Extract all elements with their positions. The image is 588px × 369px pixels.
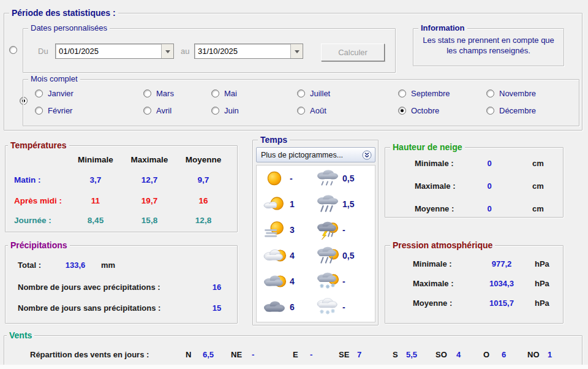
row-apresmidi-label: Après midi : bbox=[14, 196, 62, 205]
sun-haze-icon bbox=[262, 219, 290, 240]
month-option-fevrier[interactable]: Février bbox=[35, 106, 72, 115]
pression-max-label: Maximale : bbox=[413, 279, 453, 288]
picto-row: 4 - bbox=[257, 268, 375, 294]
apresmidi-min: 11 bbox=[70, 196, 121, 205]
sun-cloud-days: 1 bbox=[290, 199, 314, 209]
matin-moy: 9,7 bbox=[178, 175, 229, 184]
dates-groupbox: Dates personnalisées Du 01/01/2025 au 31… bbox=[23, 28, 396, 73]
date-to-dropdown-icon[interactable] bbox=[290, 44, 303, 58]
periode-groupbox: Période des statistiques : Dates personn… bbox=[4, 13, 582, 131]
pression-moy-unit: hPa bbox=[535, 299, 549, 308]
temperatures-title: Températures bbox=[8, 140, 69, 150]
journee-min: 8,45 bbox=[70, 216, 121, 225]
month-option-janvier[interactable]: Janvier bbox=[35, 89, 74, 98]
neige-min-value: 0 bbox=[477, 159, 502, 168]
information-title: Information bbox=[418, 23, 467, 33]
wind-val-o: 6 bbox=[502, 350, 506, 359]
pression-moy-label: Moyenne : bbox=[413, 299, 452, 308]
month-option-decembre[interactable]: Décembre bbox=[486, 106, 536, 115]
neige-moy-unit: cm bbox=[532, 204, 544, 213]
pression-max-value: 1034,3 bbox=[480, 279, 523, 288]
month-option-avril[interactable]: Avril bbox=[143, 106, 172, 115]
sun-with-small-cloud-icon bbox=[262, 194, 290, 215]
cloud-days: 6 bbox=[290, 302, 314, 312]
temperatures-groupbox: Températures Minimale Maximale Moyenne M… bbox=[5, 145, 238, 232]
pression-min-value: 977,2 bbox=[480, 259, 523, 268]
cloud-sun-days: 4 bbox=[290, 276, 314, 286]
picto-row: - 0,5 bbox=[257, 165, 375, 191]
information-text: Les stats ne prennent en compte que les … bbox=[417, 35, 560, 56]
snow-icon bbox=[314, 297, 342, 318]
heavy-rain-icon bbox=[314, 194, 342, 215]
dates-title: Dates personnalisées bbox=[28, 23, 110, 33]
temps-groupbox: Temps Plus de pictogrammes... - 0,5 bbox=[252, 140, 379, 325]
radio-icon bbox=[486, 89, 494, 97]
rain-sun-total: 0,5 bbox=[342, 251, 354, 261]
periode-custom-radio[interactable] bbox=[9, 46, 17, 54]
double-chevron-down-icon bbox=[362, 150, 372, 160]
neige-groupbox: Hauteur de neige Minimale : 0 cm Maximal… bbox=[385, 147, 564, 218]
cloud-icon bbox=[262, 297, 290, 318]
wind-dir-o: O bbox=[483, 350, 489, 359]
journee-moy: 12,8 bbox=[178, 216, 229, 225]
snow-total: - bbox=[342, 302, 345, 312]
light-cloud-sun-icon bbox=[262, 245, 290, 266]
date-from-combo[interactable]: 01/01/2025 bbox=[55, 44, 174, 59]
light-rain-icon bbox=[314, 168, 342, 189]
precip-avec-label: Nombre de jours avec précipitations : bbox=[18, 283, 160, 292]
radio-icon bbox=[486, 107, 494, 115]
precip-avec-value: 16 bbox=[208, 283, 226, 292]
radio-icon bbox=[211, 89, 219, 97]
precip-total-unit: mm bbox=[101, 261, 115, 270]
wind-val-e: - bbox=[310, 350, 312, 359]
row-journee-label: Journée : bbox=[14, 216, 51, 225]
wind-dir-se: SE bbox=[339, 350, 349, 359]
month-option-juillet[interactable]: Juillet bbox=[297, 89, 330, 98]
month-option-juin[interactable]: Juin bbox=[211, 106, 239, 115]
picto-row: 4 0,5 bbox=[257, 243, 375, 268]
wind-val-so: 4 bbox=[456, 350, 461, 359]
date-from-dropdown-icon[interactable] bbox=[161, 44, 173, 58]
matin-min: 3,7 bbox=[70, 175, 121, 184]
radio-icon bbox=[143, 89, 151, 97]
month-option-mars[interactable]: Mars bbox=[143, 89, 174, 98]
wind-dir-ne: NE bbox=[231, 350, 242, 359]
vents-repartition-label: Répartition des vents en jours : bbox=[30, 350, 149, 359]
wind-dir-s: S bbox=[393, 350, 398, 359]
pression-min-label: Minimale : bbox=[413, 259, 452, 268]
wind-val-no: 1 bbox=[548, 350, 552, 359]
month-option-aout[interactable]: Août bbox=[297, 106, 326, 115]
rain-with-sun-icon bbox=[314, 245, 342, 266]
neige-min-label: Minimale : bbox=[415, 159, 454, 168]
pression-title: Pression atmosphérique bbox=[390, 240, 495, 250]
neige-title: Hauteur de neige bbox=[390, 142, 465, 152]
month-option-septembre[interactable]: Septembre bbox=[398, 89, 450, 98]
picto-row: 3 - bbox=[257, 217, 375, 243]
mois-title: Mois complet bbox=[28, 74, 80, 84]
sun-days: - bbox=[290, 173, 314, 183]
snow-sun-total: - bbox=[342, 276, 345, 286]
col-maximale: Maximale bbox=[124, 155, 175, 164]
month-option-octobre[interactable]: Octobre bbox=[398, 106, 439, 115]
snow-with-sun-icon bbox=[314, 271, 342, 292]
heavy-rain-total: 1,5 bbox=[342, 199, 354, 209]
calculer-button[interactable]: Calculer bbox=[321, 44, 385, 61]
month-option-mai[interactable]: Mai bbox=[211, 89, 237, 98]
light-cloud-days: 4 bbox=[290, 251, 314, 261]
apresmidi-max: 19,7 bbox=[124, 196, 175, 205]
vents-groupbox: Vents Répartition des vents en jours : N… bbox=[4, 335, 582, 369]
cloud-with-sun-icon bbox=[262, 271, 290, 292]
precip-total-value: 133,6 bbox=[59, 261, 91, 270]
radio-icon bbox=[398, 89, 406, 97]
date-to-combo[interactable]: 31/10/2025 bbox=[194, 44, 303, 59]
precipitations-groupbox: Précipitations Total : 133,6 mm Nombre d… bbox=[5, 245, 238, 324]
pression-groupbox: Pression atmosphérique Minimale : 977,2 … bbox=[385, 245, 564, 324]
neige-max-value: 0 bbox=[477, 181, 502, 191]
month-option-novembre[interactable]: Novembre bbox=[486, 89, 536, 98]
pression-min-unit: hPa bbox=[535, 259, 549, 268]
precip-sans-label: Nombre de jours sans précipitations : bbox=[18, 303, 160, 313]
radio-icon bbox=[143, 107, 151, 115]
weather-stats-window: { "periode": { "title": "Période des sta… bbox=[0, 0, 588, 369]
more-pictogrammes-button[interactable]: Plus de pictogrammes... bbox=[256, 147, 375, 162]
wind-val-se: 7 bbox=[357, 350, 361, 359]
